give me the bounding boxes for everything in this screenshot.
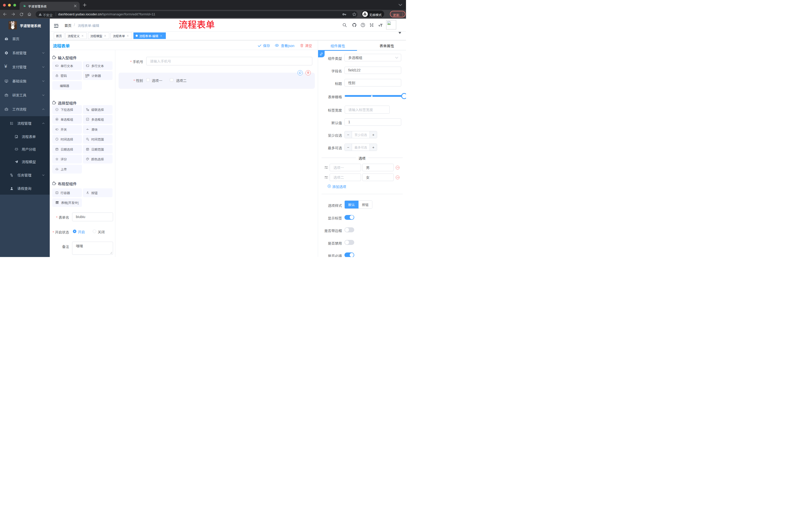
svg-text:123: 123: [85, 74, 89, 77]
